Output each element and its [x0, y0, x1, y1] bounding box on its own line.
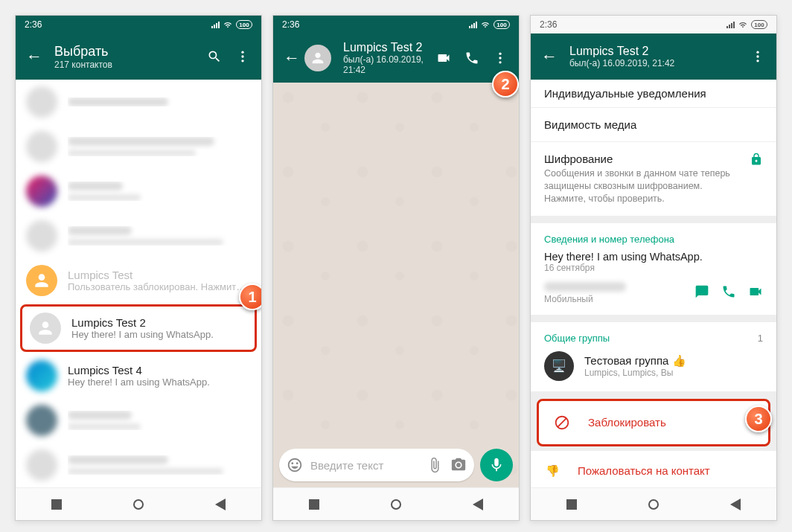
contact-name: Lumpics Test — [68, 269, 251, 281]
back-icon[interactable]: ← — [541, 47, 558, 66]
svg-point-2 — [241, 60, 243, 62]
block-button[interactable]: Заблокировать — [537, 399, 770, 446]
nav-back-icon[interactable] — [215, 499, 226, 510]
thumbs-down-icon: 👎 — [546, 464, 560, 478]
encryption-title: Шифрование — [544, 153, 742, 165]
message-icon[interactable] — [694, 284, 709, 302]
step-badge-3: 3 — [745, 406, 772, 432]
nav-back-icon[interactable] — [473, 499, 483, 510]
about-date: 16 сентября — [544, 263, 763, 273]
groups-count: 1 — [758, 333, 763, 344]
svg-point-7 — [756, 51, 759, 54]
mic-button[interactable] — [480, 449, 513, 481]
contact-status: Пользователь заблокирован. Нажмите, ч... — [68, 281, 251, 292]
emoji-icon[interactable] — [287, 457, 303, 473]
contact-status: Hey there! I am using WhatsApp. — [68, 376, 251, 388]
encryption-row[interactable]: Шифрование Сообщения и звонки в данном ч… — [531, 142, 776, 216]
list-item[interactable] — [16, 398, 261, 443]
nav-home-icon[interactable] — [133, 499, 144, 510]
chat-title: Lumpics Test 2 — [343, 41, 424, 54]
contact-name: Lumpics Test 2 — [71, 316, 247, 329]
list-item[interactable] — [16, 80, 261, 124]
list-item[interactable] — [16, 443, 261, 487]
group-members: Lumpics, Lumpics, Вы — [584, 368, 686, 378]
chat-subtitle: был(-а) 16.09.2019, 21:42 — [343, 54, 424, 75]
profile-title: Lumpics Test 2 — [569, 45, 738, 58]
android-navbar — [273, 487, 519, 520]
message-input[interactable]: Введите текст — [279, 449, 474, 481]
nav-home-icon[interactable] — [391, 499, 401, 510]
block-label: Заблокировать — [588, 416, 666, 429]
status-bar: 2:36 100 — [16, 16, 261, 33]
svg-point-9 — [756, 60, 759, 62]
more-icon[interactable] — [234, 49, 251, 64]
header-chat: ← Lumpics Test 2 был(-а) 16.09.2019, 21:… — [273, 33, 519, 83]
group-avatar: 🖥️ — [544, 351, 574, 381]
step-badge-2: 2 — [492, 71, 519, 97]
contacts-list: Lumpics Test Пользователь заблокирован. … — [16, 80, 261, 487]
nav-back-icon[interactable] — [730, 499, 741, 510]
notifications-label: Индивидуальные уведомления — [544, 87, 763, 100]
videocall-icon[interactable] — [748, 284, 763, 302]
list-item[interactable] — [16, 214, 261, 258]
contact-avatar[interactable] — [304, 45, 331, 71]
header-profile: ← Lumpics Test 2 был(-а) 16.09.2019, 21:… — [531, 33, 776, 80]
groups-title: Общие группы — [544, 333, 610, 344]
report-label: Пожаловаться на контакт — [578, 464, 710, 477]
search-icon[interactable] — [206, 49, 223, 64]
svg-point-1 — [241, 55, 243, 57]
call-icon[interactable] — [721, 284, 736, 302]
contact-lumpics-test-2[interactable]: Lumpics Test 2 Hey there! I am using Wha… — [20, 304, 257, 352]
camera-icon[interactable] — [450, 457, 467, 473]
contact-lumpics-test[interactable]: Lumpics Test Пользователь заблокирован. … — [16, 258, 261, 303]
status-time: 2:36 — [540, 19, 557, 30]
wifi-icon — [223, 21, 233, 29]
encryption-desc: Сообщения и звонки в данном чате теперь … — [544, 167, 742, 205]
status-bar: 2:36 100 — [273, 16, 519, 33]
status-bar: 2:36 100 — [531, 16, 776, 33]
signal-icon — [469, 22, 477, 28]
chat-area: Введите текст — [273, 83, 519, 487]
wifi-icon — [480, 21, 491, 29]
video-call-icon[interactable] — [435, 51, 452, 65]
list-item[interactable] — [16, 169, 261, 214]
media-row[interactable]: Видимость медиа — [531, 108, 776, 141]
group-item[interactable]: 🖥️ Тестовая группа 👍 Lumpics, Lumpics, В… — [544, 351, 763, 381]
contact-status: Hey there! I am using WhatsApp. — [71, 329, 247, 340]
back-icon[interactable]: ← — [284, 48, 300, 68]
battery-icon: 100 — [751, 20, 767, 29]
back-icon[interactable]: ← — [26, 47, 42, 66]
contact-name: Lumpics Test 4 — [68, 364, 251, 376]
report-button[interactable]: 👎 Пожаловаться на контакт — [531, 451, 776, 487]
svg-point-4 — [499, 57, 501, 59]
nav-recent-icon[interactable] — [309, 499, 319, 510]
header-title: Выбрать — [54, 44, 194, 60]
notifications-row[interactable]: Индивидуальные уведомления — [531, 80, 776, 107]
more-icon[interactable] — [492, 51, 508, 65]
wifi-icon — [738, 21, 748, 29]
more-icon[interactable] — [750, 49, 766, 64]
android-navbar — [531, 487, 776, 520]
svg-point-8 — [756, 55, 759, 57]
phone-profile: 2:36 100 ← Lumpics Test 2 был(-а) 16.09.… — [530, 15, 777, 521]
header-contacts: ← Выбрать 217 контактов — [16, 33, 261, 80]
svg-point-3 — [499, 53, 501, 55]
groups-section: Общие группы 1 🖥️ Тестовая группа 👍 Lump… — [531, 322, 776, 391]
contact-lumpics-test-4[interactable]: Lumpics Test 4 Hey there! I am using Wha… — [16, 353, 261, 398]
svg-point-0 — [241, 51, 243, 54]
nav-recent-icon[interactable] — [51, 499, 62, 510]
battery-icon: 100 — [494, 20, 510, 29]
nav-recent-icon[interactable] — [566, 499, 577, 510]
step-badge-1: 1 — [239, 283, 262, 310]
media-label: Видимость медиа — [544, 118, 763, 131]
phone-contacts: 2:36 100 ← Выбрать 217 контактов Lumpics — [15, 15, 262, 521]
svg-point-5 — [499, 61, 501, 63]
input-placeholder: Введите текст — [310, 459, 419, 472]
nav-home-icon[interactable] — [648, 499, 659, 510]
header-subtitle: 217 контактов — [54, 60, 194, 70]
attach-icon[interactable] — [427, 457, 443, 473]
voice-call-icon[interactable] — [464, 51, 480, 65]
about-status: Hey there! I am using WhatsApp. — [544, 251, 763, 263]
profile-subtitle: был(-а) 16.09.2019, 21:42 — [569, 58, 738, 68]
list-item[interactable] — [16, 124, 261, 169]
